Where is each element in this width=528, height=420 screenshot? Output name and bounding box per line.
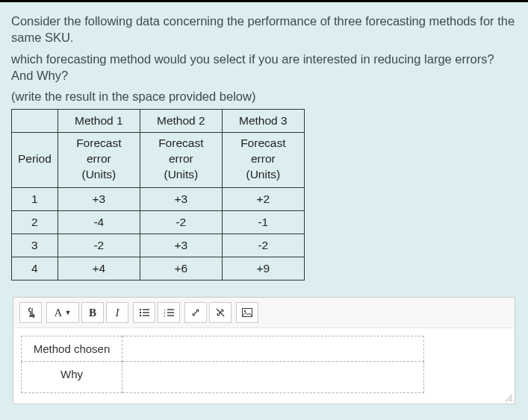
question-content: Consider the following data concerning t… [0,2,528,412]
method-chosen-input[interactable] [122,336,424,362]
resize-handle-icon[interactable] [504,393,513,402]
svg-point-2 [140,312,141,313]
font-style-dropdown[interactable]: A ▼ [46,302,79,323]
unordered-list-icon [139,308,149,317]
svg-line-16 [509,398,512,401]
paragraph-direction-button[interactable] [19,302,42,323]
question-paragraph-1: Consider the following data concerning t… [11,13,517,46]
paragraph-direction-icon [26,307,35,318]
svg-rect-9 [167,312,174,313]
svg-rect-5 [143,315,149,316]
svg-rect-7 [167,309,174,310]
ordered-list-icon: 1 2 3 [164,308,174,317]
table-row: 4 +4 +6 +9 [12,257,305,280]
question-paragraph-3: (write the result in the space provided … [11,88,517,104]
chevron-down-icon: ▼ [64,309,71,316]
svg-point-0 [140,309,141,310]
why-input[interactable] [122,362,424,393]
link-button[interactable] [184,302,207,323]
svg-point-4 [140,315,141,316]
header-blank [12,110,58,133]
rich-text-editor: A ▼ B I 1 2 3 [13,297,515,404]
ordered-list-button[interactable]: 1 2 3 [158,302,180,323]
subheader-m2: Forecast error(Units) [140,133,222,188]
svg-rect-3 [143,312,149,313]
svg-line-17 [511,400,512,401]
why-label: Why [22,362,122,393]
svg-rect-11 [167,315,174,316]
unlink-icon [215,307,226,318]
bold-button[interactable]: B [81,302,104,323]
table-header-row: Method 1 Method 2 Method 3 [12,110,305,133]
method-chosen-label: Method chosen [22,336,122,362]
svg-text:3: 3 [164,314,166,317]
svg-rect-1 [143,309,149,310]
question-paragraph-2: which forecasting method would you selec… [11,51,517,84]
header-method-2: Method 2 [140,110,222,133]
unordered-list-button[interactable] [133,302,155,323]
subheader-m1: Forecast error(Units) [58,133,140,188]
insert-image-button[interactable] [236,302,258,323]
svg-rect-13 [243,309,252,317]
table-subheader-row: Period Forecast error(Units) Forecast er… [12,133,305,188]
table-row: 1 +3 +3 +2 [12,188,305,211]
subheader-m3: Forecast error(Units) [222,133,304,188]
image-icon [242,308,252,317]
subheader-period: Period [12,133,58,188]
unlink-button[interactable] [209,302,232,323]
italic-button[interactable]: I [106,302,128,323]
svg-point-14 [244,310,246,312]
answer-table: Method chosen Why [21,336,424,393]
link-icon [190,307,201,318]
header-method-1: Method 1 [58,110,140,133]
table-row: 2 -4 -2 -1 [12,211,305,234]
editor-toolbar: A ▼ B I 1 2 3 [13,298,515,328]
forecast-error-table: Method 1 Method 2 Method 3 Period Foreca… [11,109,305,280]
header-method-3: Method 3 [222,110,304,133]
answer-method-row: Method chosen [22,336,424,362]
table-row: 3 -2 +3 -2 [12,234,305,257]
answer-why-row: Why [22,362,424,393]
svg-line-15 [506,395,512,401]
font-style-label: A [55,307,63,319]
